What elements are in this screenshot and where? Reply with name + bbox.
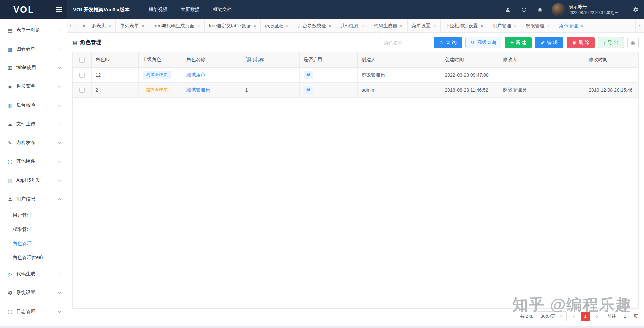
edit-button[interactable]: 编 辑: [535, 37, 563, 48]
tab-close-icon[interactable]: [547, 23, 550, 29]
role-name-link[interactable]: 测试管理员: [186, 87, 210, 92]
sidebar-item-other-components[interactable]: 其他组件: [0, 152, 67, 171]
chevron-down-icon: [58, 309, 61, 313]
app-logo[interactable]: VOL: [13, 5, 34, 15]
tab-dropdown-binding[interactable]: 下拉框绑定设置: [441, 19, 488, 32]
sidebar-item-user-info[interactable]: 用户信息: [0, 190, 67, 208]
tab-close-icon[interactable]: [514, 23, 517, 29]
search-icon: [471, 40, 475, 45]
tab-multi-header[interactable]: 多表头: [87, 19, 116, 32]
tab-close-icon[interactable]: [142, 23, 144, 29]
tab-close-icon[interactable]: [433, 23, 436, 29]
tab-close-icon[interactable]: [108, 23, 111, 29]
prev-page-button[interactable]: [570, 313, 577, 319]
nav-framework-docs[interactable]: 框架文档: [213, 7, 232, 13]
sidebar-item-backend-validate[interactable]: 后台校验: [0, 96, 67, 115]
sidebar-subitem-role-manage[interactable]: 角色管理: [0, 237, 67, 251]
pagination-bar: 共 2 条 30条/页 1 前往 页: [72, 309, 639, 324]
advanced-query-button[interactable]: 高级查询: [465, 37, 501, 48]
tab-permission-manage[interactable]: 权限管理: [521, 19, 554, 32]
cell-creator: 超级管理员: [357, 67, 441, 82]
form-icon: [7, 28, 13, 33]
sidebar-item-content-publish[interactable]: 内容发布: [0, 133, 67, 152]
role-name-search-input[interactable]: [380, 37, 430, 48]
main-area: 多表头 单列表单 tree与代码生成页面 tree自定义table数据 tree…: [67, 19, 644, 326]
column-settings-button[interactable]: [627, 37, 639, 48]
tab-user-manage[interactable]: 用户管理: [488, 19, 521, 32]
tab-close-icon[interactable]: [580, 23, 583, 29]
sidebar-item-tree-menu[interactable]: 树形菜单: [0, 77, 67, 96]
cell-role-id: 12: [91, 67, 138, 82]
tab-backend-param-validate[interactable]: 后台参数校验: [293, 19, 336, 32]
tab-code-generator[interactable]: 代码生成器: [369, 19, 407, 32]
tabs-scroll-left-icon[interactable]: [67, 19, 74, 32]
sidebar-item-code-gen[interactable]: 代码生成: [0, 265, 67, 283]
nav-framework-video[interactable]: 框架视频: [149, 7, 167, 13]
sidebar-item-table-usage[interactable]: table使用: [0, 58, 67, 77]
sidebar-item-apph5[interactable]: AppH5开发: [0, 171, 67, 190]
cell-modifier: 超级管理员: [499, 82, 585, 97]
sidebar-item-form-one-to-many[interactable]: 表单一对多: [0, 21, 67, 40]
cell-created: 2018-08-23 11:46:52: [441, 82, 499, 97]
sidebar-item-file-upload[interactable]: 文件上传: [0, 115, 67, 133]
tab-close-icon[interactable]: [286, 23, 289, 29]
tabs-more-icon[interactable]: [74, 19, 80, 32]
sidebar-item-chart-form[interactable]: 图表表单: [0, 40, 67, 58]
tab-tree-custom-table-data[interactable]: tree自定义table数据: [205, 19, 261, 32]
cell-role-id: 2: [91, 82, 138, 97]
column-header: 修改时间: [585, 52, 638, 67]
tab-close-icon[interactable]: [253, 23, 256, 29]
menu-toggle-icon[interactable]: [56, 7, 62, 12]
cell-dept: 1: [241, 82, 299, 97]
delete-button[interactable]: 删 除: [567, 37, 595, 48]
row-checkbox[interactable]: [79, 73, 85, 78]
sidebar-subitem-role-manage-tree[interactable]: 角色管理(tree): [0, 251, 67, 265]
query-button[interactable]: 查 询: [434, 37, 462, 48]
tab-close-icon[interactable]: [481, 23, 483, 29]
tab-role-manage[interactable]: 角色管理: [554, 19, 588, 32]
sidebar-subitem-user-manage[interactable]: 用户管理: [0, 208, 67, 222]
role-name-link[interactable]: 测试角色: [186, 72, 205, 77]
avatar[interactable]: [552, 3, 565, 16]
sidebar-item-log-manage[interactable]: 日志管理: [0, 302, 67, 321]
power-icon[interactable]: [521, 7, 527, 13]
tab-menu-settings[interactable]: 菜单设置: [408, 19, 441, 32]
tab-tree-codegen-page[interactable]: tree与代码生成页面: [149, 19, 204, 32]
page-size-select[interactable]: 30条/页: [537, 311, 567, 321]
table-icon: [7, 65, 13, 70]
tab-close-icon[interactable]: [362, 23, 365, 29]
cell-modified: 2019-12-08 20:15:46: [585, 82, 638, 97]
page-number-button[interactable]: 1: [581, 312, 590, 321]
app-window: VOL VOL开发框架Vue3.x版本 框架视频 大屏数据 框架文档 演示帐号 …: [0, 0, 644, 326]
tab-other-components[interactable]: 其他组件: [336, 19, 369, 32]
tabs-scroll-right-icon[interactable]: [635, 19, 644, 32]
tab-treetable[interactable]: treetable: [261, 19, 293, 32]
tab-close-icon[interactable]: [400, 23, 402, 29]
bell-icon[interactable]: [537, 7, 543, 13]
next-page-button[interactable]: [593, 313, 601, 319]
create-button[interactable]: + 新 建: [505, 37, 532, 48]
goto-label: 前往: [607, 313, 616, 319]
row-checkbox[interactable]: [79, 88, 85, 93]
code-gen-icon: [7, 272, 13, 277]
nav-big-screen-data[interactable]: 大屏数据: [181, 7, 200, 13]
user-icon[interactable]: [505, 7, 511, 13]
app-grid-icon: [7, 178, 13, 183]
account-name[interactable]: 演示帐号: [569, 4, 619, 10]
sidebar-subitem-permission-manage[interactable]: 权限管理: [0, 222, 67, 237]
tabs-close-all-icon[interactable]: [80, 19, 87, 32]
sidebar-item-system-settings[interactable]: 系统设置: [0, 283, 67, 302]
gear-icon[interactable]: [633, 7, 639, 13]
folder-icon: [7, 159, 13, 164]
export-button[interactable]: ↓ 导 出: [598, 37, 624, 48]
tab-close-icon[interactable]: [197, 23, 200, 29]
column-header: 上级角色: [138, 52, 182, 67]
table-header-row: 角色ID 上级角色 角色名称 部门名称 是否启用 创建人 创建时间 修改人 修改…: [73, 52, 638, 67]
tab-close-icon[interactable]: [329, 23, 331, 29]
chevron-down-icon: [58, 290, 61, 294]
chart-icon: [7, 47, 13, 52]
tab-single-column-form[interactable]: 单列表单: [116, 19, 149, 32]
select-all-checkbox[interactable]: [79, 58, 85, 63]
table-container: 角色ID 上级角色 角色名称 部门名称 是否启用 创建人 创建时间 修改人 修改…: [72, 52, 639, 309]
goto-page-input[interactable]: [619, 312, 631, 321]
